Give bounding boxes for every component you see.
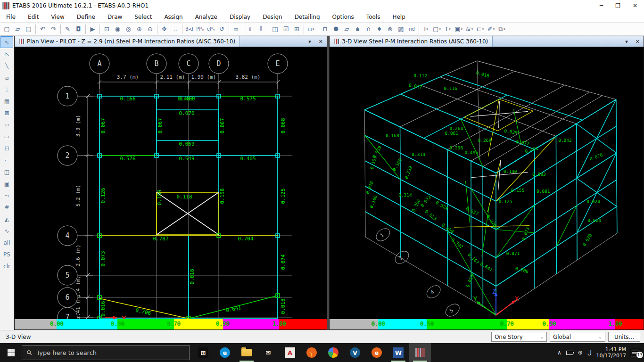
draw-rect-area-button[interactable]: ▭	[0, 131, 13, 142]
spring-property-dropdown-icon[interactable]: ▾	[471, 27, 473, 31]
quick-draw-braces-button[interactable]: ⊠	[0, 107, 13, 119]
open-file-button[interactable]: ▱	[12, 24, 23, 34]
elevation-view-button[interactable]: elᵉᵥ	[206, 24, 216, 34]
draw-frame-line-button[interactable]: ⧄	[0, 72, 13, 83]
tray-expand-icon[interactable]: ∧	[557, 349, 561, 356]
units-button[interactable]: Units...	[608, 332, 640, 342]
tendon-section-dropdown-icon[interactable]: ▾	[449, 27, 451, 31]
draw-floor-button[interactable]: ▱	[341, 24, 352, 34]
draw-poly-area-button[interactable]: ▱	[0, 119, 13, 131]
move-up-in-list-button[interactable]: ⇧	[245, 24, 256, 34]
taskbar-app-edge[interactable]: e	[214, 343, 236, 362]
draw-grid-button[interactable]: #	[0, 201, 13, 213]
previous-selection-button[interactable]: PS	[0, 248, 13, 260]
close-button[interactable]: ✕	[633, 2, 637, 9]
object-shrink-toggle-button[interactable]: ∞	[231, 24, 241, 34]
menu-edit[interactable]: Edit	[22, 12, 45, 22]
frame-section-dropdown-icon[interactable]: ▾	[426, 27, 428, 31]
draw-line-button[interactable]: ╲	[0, 60, 13, 72]
previous-zoom-button[interactable]: ◎	[123, 24, 134, 34]
battery-icon[interactable]	[566, 351, 573, 355]
quick-draw-secondary-beams-button[interactable]: ▦	[0, 95, 13, 107]
redo-button[interactable]: ↷	[48, 24, 59, 34]
plan-view-tab[interactable]: Plan View - PILOT - Z = 2.9 (m) Steel P-…	[15, 36, 240, 47]
three-d-view-header[interactable]: 3-D View Steel P-M Interaction Ratios (A…	[330, 36, 644, 47]
draw-pencil-button[interactable]: ✎	[62, 24, 73, 34]
taskbar-app-ie-orange[interactable]: e	[366, 343, 388, 362]
quick-draw-area-button[interactable]: ⊡	[0, 142, 13, 154]
move-down-in-list-button[interactable]: ⇩	[256, 24, 266, 34]
taskbar-app-store[interactable]: ⊞	[192, 343, 214, 362]
taskbar-app-firefox[interactable]: ╮	[301, 343, 322, 362]
taskbar-app-autocad[interactable]: A	[279, 343, 301, 362]
draw-ramp-button[interactable]: ⩧	[352, 24, 363, 34]
coordinate-system-select[interactable]: Global ⌄	[550, 332, 605, 342]
select-pointer-button[interactable]: ↖	[0, 36, 13, 48]
pan-button[interactable]: ✥	[159, 24, 170, 34]
minimize-button[interactable]: ─	[600, 2, 603, 9]
draw-curve-button[interactable]: ∿	[0, 225, 13, 237]
menu-display[interactable]: Display	[223, 12, 256, 22]
taskbar-clock[interactable]: 1:41 PM 10/17/2017	[596, 346, 626, 359]
network-globe-icon[interactable]: ⊕	[578, 349, 583, 356]
taskbar-app-chrome[interactable]	[322, 343, 344, 362]
taskbar-app-etabs[interactable]	[409, 343, 431, 362]
zoom-in-button[interactable]: ⊕	[134, 24, 145, 34]
menu-help[interactable]: Help	[386, 12, 411, 22]
walkthrough-button[interactable]: ‥	[170, 24, 181, 34]
taskbar-app-word[interactable]: W	[388, 343, 409, 362]
draw-truss-button[interactable]: ⊗	[385, 24, 396, 34]
nd-spectra-button[interactable]: nd	[406, 24, 417, 34]
draw-wall-button[interactable]: ⌐	[0, 154, 13, 166]
menu-assign[interactable]: Assign	[158, 12, 189, 22]
menu-analyze[interactable]: Analyze	[189, 12, 223, 22]
door-section-button[interactable]: ⧉▾	[496, 24, 507, 34]
restore-full-view-button[interactable]: ◉	[112, 24, 123, 34]
lock-model-button[interactable]: ◘	[73, 24, 84, 34]
three-d-view-tab[interactable]: 3-D View Steel P-M Interaction Ratios (A…	[330, 36, 493, 47]
tendon-section-button[interactable]: Ŧ▾	[442, 24, 453, 34]
rubber-band-zoom-button[interactable]: ⊡	[101, 24, 112, 34]
story-option-select[interactable]: One Story ⌄	[491, 332, 547, 342]
channel-section-dropdown-icon[interactable]: ▾	[482, 27, 484, 31]
draw-special-joint-button[interactable]: ⚈	[330, 24, 341, 34]
undo-button[interactable]: ↶	[37, 24, 48, 34]
clear-selection-button[interactable]: clr	[0, 260, 13, 272]
draw-reference-button[interactable]: ▨	[396, 24, 406, 34]
pen-property-button[interactable]: ✐▾	[486, 24, 496, 34]
run-analysis-button[interactable]: ▶	[87, 24, 98, 34]
menu-tools[interactable]: Tools	[360, 12, 387, 22]
draw-dimension-line-button[interactable]: ◭	[0, 213, 13, 225]
window-layout-button[interactable]: ◫	[270, 24, 281, 34]
draw-joint-button[interactable]: ◽▾	[305, 24, 316, 34]
menu-detailing[interactable]: Detailing	[289, 12, 326, 22]
zoom-out-button[interactable]: ⊖	[145, 24, 156, 34]
maximize-button[interactable]: ❐	[615, 2, 620, 9]
wall-section-dropdown-icon[interactable]: ▾	[439, 27, 441, 31]
save-button[interactable]: ▤	[23, 24, 34, 34]
action-center-icon[interactable]: 13	[631, 349, 640, 356]
three-d-view-close-icon[interactable]: ✕	[632, 39, 644, 45]
menu-select[interactable]: Select	[128, 12, 158, 22]
plan-view-header[interactable]: Plan View - PILOT - Z = 2.9 (m) Steel P-…	[15, 36, 327, 47]
three-d-view-canvas[interactable]: 0.1120.0180.0170.1160.0390.2640.2690.072…	[330, 47, 644, 319]
taskbar-search-input[interactable]: ⚲ Type here to search	[22, 345, 190, 360]
quick-draw-wall-button[interactable]: ◫	[0, 166, 13, 178]
quick-draw-beam-button[interactable]: ⌶	[0, 83, 13, 95]
menu-draw[interactable]: Draw	[101, 12, 128, 22]
menu-options[interactable]: Options	[326, 12, 360, 22]
taskbar-app-file-explorer[interactable]	[236, 343, 257, 362]
column-section-dropdown-icon[interactable]: ▾	[461, 27, 462, 31]
plan-view-button[interactable]: Plᵃₙ	[195, 24, 206, 34]
draw-frame-button[interactable]: ⊓	[320, 24, 330, 34]
rotate-3d-view-button[interactable]: ↺	[216, 24, 227, 34]
plan-view-close-icon[interactable]: ✕	[315, 39, 327, 45]
pen-property-dropdown-icon[interactable]: ▾	[493, 27, 495, 31]
select-all-button[interactable]: all	[0, 237, 13, 248]
frame-section-button[interactable]: I▾	[421, 24, 431, 34]
draw-link-button[interactable]: ⤳	[0, 189, 13, 201]
draw-opening-button[interactable]: ∩	[363, 24, 374, 34]
set-display-options-button[interactable]: ☑	[281, 24, 291, 34]
reshape-object-button[interactable]: ⇱	[0, 48, 13, 60]
object-view-button[interactable]: ⊞	[291, 24, 302, 34]
